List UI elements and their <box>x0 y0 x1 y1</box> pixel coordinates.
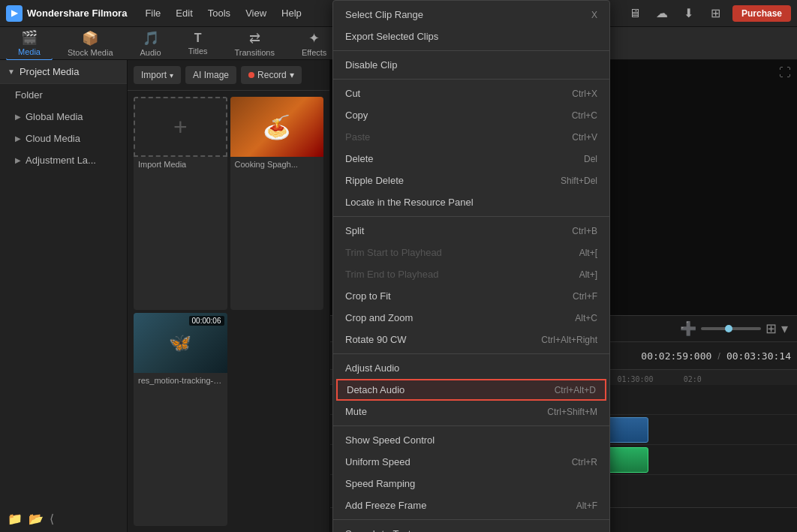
project-media-label: Project Media <box>20 66 79 77</box>
ctx-ripple-delete[interactable]: Ripple Delete Shift+Del <box>333 170 609 191</box>
ctx-mute[interactable]: Mute Ctrl+Shift+M <box>333 401 609 422</box>
ctx-detach-audio-label: Detach Audio <box>347 384 405 395</box>
ctx-rotate-label: Rotate 90 CW <box>345 334 407 345</box>
ctx-trim-end[interactable]: Trim End to Playhead Alt+] <box>333 263 609 285</box>
cloud-media-arrow: ▶ <box>15 134 21 143</box>
ctx-select-clip-range[interactable]: Select Clip Range X <box>333 4 609 26</box>
ctx-crop-zoom[interactable]: Crop and Zoom Alt+C <box>333 307 609 329</box>
ctx-disable-clip[interactable]: Disable Clip <box>333 54 609 76</box>
ruler-mark-130: 01:30:00 <box>602 375 668 383</box>
import-media-label: Import Media <box>134 157 227 172</box>
ctx-speech-text[interactable]: Speech-to-Text <box>333 523 609 532</box>
ctx-sep5 <box>333 425 609 426</box>
ctx-crop-fit[interactable]: Crop to Fit Ctrl+F <box>333 285 609 307</box>
tab-media-label: Media <box>18 47 41 56</box>
tab-media[interactable]: 🎬 Media <box>6 26 53 61</box>
ctx-trim-start[interactable]: Trim Start to Playhead Alt+[ <box>333 242 609 263</box>
sidebar-item-folder[interactable]: Folder <box>0 84 127 106</box>
ctx-mute-label: Mute <box>345 406 367 417</box>
ctx-uniform-speed-label: Uniform Speed <box>345 456 411 467</box>
tab-titles[interactable]: T Titles <box>176 29 220 59</box>
record-button[interactable]: Record ▾ <box>241 66 302 84</box>
grid-icon[interactable]: ⊞ <box>705 3 726 24</box>
ctx-delete-shortcut: Del <box>584 154 597 164</box>
ctx-disable-clip-label: Disable Clip <box>345 59 397 71</box>
ctx-select-clip-range-label: Select Clip Range <box>345 9 423 20</box>
tab-stock-label: Stock Media <box>68 48 113 57</box>
ctx-add-freeze[interactable]: Add Freeze Frame Alt+F <box>333 494 609 516</box>
project-media-header[interactable]: ▼ Project Media <box>0 60 127 84</box>
timeline-zoom: ➕ <box>680 320 761 337</box>
import-thumb: + <box>134 97 227 157</box>
sidebar-item-cloud-media[interactable]: ▶ Cloud Media <box>0 128 127 149</box>
ctx-rotate[interactable]: Rotate 90 CW Ctrl+Alt+Right <box>333 329 609 350</box>
cooking-media-item[interactable]: 🍝 Cooking Spagh... <box>230 97 324 310</box>
menu-tools[interactable]: Tools <box>202 5 236 22</box>
plus-icon: + <box>173 113 188 141</box>
menu-edit[interactable]: Edit <box>170 5 198 22</box>
ctx-sep6 <box>333 519 609 520</box>
ctx-adjust-audio[interactable]: Adjust Audio <box>333 357 609 379</box>
tab-effects-icon: ✦ <box>308 30 320 47</box>
ctx-sep4 <box>333 353 609 354</box>
tab-effects[interactable]: ✦ Effects <box>290 27 338 60</box>
add-folder-icon[interactable]: 📁 <box>8 512 23 526</box>
tab-audio-label: Audio <box>140 48 161 57</box>
dropdown-icon[interactable]: ▾ <box>781 320 788 337</box>
new-folder-icon[interactable]: 📂 <box>29 512 44 526</box>
ctx-uniform-speed[interactable]: Uniform Speed Ctrl+R <box>333 451 609 473</box>
download-icon[interactable]: ⬇ <box>678 3 699 24</box>
sidebar-arrow: ▼ <box>8 68 15 76</box>
time-display-area: 00:02:59:000 / 00:03:30:14 <box>641 350 791 362</box>
sidebar-item-global-media[interactable]: ▶ Global Media <box>0 106 127 128</box>
ai-image-label: AI Image <box>193 70 229 80</box>
ctx-export-selected[interactable]: Export Selected Clips <box>333 26 609 47</box>
sidebar-item-adjustment[interactable]: ▶ Adjustment La... <box>0 149 127 171</box>
purchase-button[interactable]: Purchase <box>732 5 791 22</box>
ctx-locate-resource[interactable]: Locate in the Resource Panel <box>333 191 609 213</box>
cooking-media-label: Cooking Spagh... <box>230 157 324 172</box>
ctx-split[interactable]: Split Ctrl+B <box>333 220 609 242</box>
ctx-show-speed[interactable]: Show Speed Control <box>333 429 609 451</box>
ctx-select-clip-range-shortcut: X <box>591 10 597 20</box>
ai-image-button[interactable]: AI Image <box>185 66 236 84</box>
motion-media-label: res_motion-tracking-video1 <box>134 373 227 388</box>
zoom-minus-icon[interactable]: ➕ <box>680 320 696 337</box>
tab-transitions[interactable]: ⇄ Transitions <box>223 27 287 60</box>
motion-media-item[interactable]: 00:00:06 🦋 res_motion-tracking-video1 <box>134 313 227 526</box>
ctx-add-freeze-label: Add Freeze Frame <box>345 500 426 511</box>
ctx-detach-audio[interactable]: Detach Audio Ctrl+Alt+D <box>336 379 606 401</box>
tab-audio[interactable]: 🎵 Audio <box>128 27 173 60</box>
ctx-cut-shortcut: Ctrl+X <box>572 89 597 99</box>
ctx-copy[interactable]: Copy Ctrl+C <box>333 104 609 126</box>
record-dot <box>248 72 254 78</box>
menu-file[interactable]: File <box>139 5 167 22</box>
fullscreen-icon[interactable]: ⛶ <box>779 66 791 80</box>
monitor-icon[interactable]: 🖥 <box>624 3 645 24</box>
import-button[interactable]: Import ▾ <box>134 66 181 84</box>
sidebar: ▼ Project Media Folder ▶ Global Media ▶ … <box>0 60 128 532</box>
collapse-icon[interactable]: ⟨ <box>50 512 54 526</box>
ctx-crop-fit-label: Crop to Fit <box>345 290 391 302</box>
ctx-sep2 <box>333 79 609 80</box>
ctx-paste[interactable]: Paste Ctrl+V <box>333 126 609 148</box>
ctx-speed-ramping-label: Speed Ramping <box>345 478 415 489</box>
ctx-speed-ramping[interactable]: Speed Ramping <box>333 473 609 494</box>
ctx-trim-end-shortcut: Alt+] <box>579 269 597 280</box>
cloud-icon[interactable]: ☁ <box>651 3 672 24</box>
global-media-arrow: ▶ <box>15 113 21 121</box>
tab-stock-media[interactable]: 📦 Stock Media <box>56 27 125 60</box>
cloud-media-label: Cloud Media <box>26 133 80 144</box>
menu-view[interactable]: View <box>239 5 272 22</box>
sidebar-bottom: 📁 📂 ⟨ <box>0 506 127 532</box>
tab-effects-label: Effects <box>302 48 326 57</box>
import-media-item[interactable]: + Import Media <box>134 97 227 310</box>
grid-layout-icon[interactable]: ⊞ <box>765 320 777 337</box>
global-media-label: Global Media <box>26 111 83 122</box>
ctx-split-label: Split <box>345 225 364 236</box>
zoom-slider[interactable] <box>701 327 761 330</box>
ctx-delete[interactable]: Delete Del <box>333 148 609 170</box>
ctx-copy-shortcut: Ctrl+C <box>572 110 597 121</box>
ctx-cut[interactable]: Cut Ctrl+X <box>333 83 609 104</box>
menu-help[interactable]: Help <box>275 5 308 22</box>
